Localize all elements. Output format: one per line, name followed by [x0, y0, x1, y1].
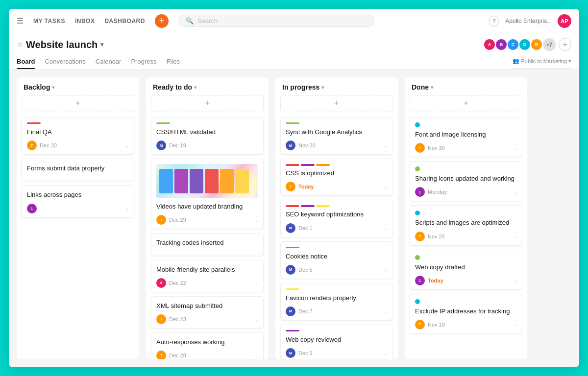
column-title-backlog: Backlog ▾: [24, 83, 54, 91]
card-web-copy-reviewed[interactable]: Web copy reviewedMDec 9⌄: [280, 325, 393, 359]
add-card-button-in-progress[interactable]: +: [280, 95, 393, 112]
card-expand-icon[interactable]: ⌄: [384, 143, 388, 148]
card-expand-icon[interactable]: ⌄: [513, 322, 517, 327]
card-auto-responses[interactable]: Auto-responses workingTDec 28⌄: [151, 332, 264, 359]
card-expand-icon[interactable]: ⌄: [513, 234, 517, 239]
inbox-link[interactable]: INBOX: [75, 18, 95, 24]
member-avatar-5: E: [530, 38, 543, 51]
status-dot: [415, 122, 420, 127]
tab-progress[interactable]: Progress: [131, 55, 156, 69]
card-title: Exclude IP addresses for tracking: [415, 307, 517, 316]
card-xml-sitemap[interactable]: XML sitemap submittedTDec 23⌄: [151, 296, 264, 329]
hamburger-icon[interactable]: ☰: [17, 16, 24, 25]
my-tasks-link[interactable]: MY TASKS: [33, 18, 65, 24]
tab-files[interactable]: Files: [166, 55, 179, 69]
tab-board[interactable]: Board: [17, 55, 35, 69]
card-date: Nov 25: [428, 234, 445, 239]
card-expand-icon[interactable]: ⌄: [254, 316, 258, 322]
column-chevron-in-progress[interactable]: ▾: [321, 85, 324, 90]
search-bar[interactable]: 🔍 Search: [178, 15, 374, 27]
tab-calendar[interactable]: Calendar: [96, 55, 122, 69]
card-web-copy-drafted[interactable]: Web copy draftedLToday⌄: [410, 250, 522, 290]
card-final-qa[interactable]: Final QATDec 30⌄: [22, 117, 134, 155]
card-sharing-icons[interactable]: Sharing icons updated and workingLMonday…: [410, 161, 522, 201]
card-mobile-friendly[interactable]: Mobile-friendly site parallelsADec 22⌄: [151, 260, 264, 292]
add-task-button[interactable]: +: [155, 14, 169, 28]
card-videos-branding[interactable]: Videos have updated brandingTDec 29⌄: [151, 159, 264, 229]
card-css-html[interactable]: CSS/HTML validatedMDec 19⌄: [151, 117, 264, 155]
column-header-backlog: Backlog ▾: [17, 77, 139, 95]
card-forms-submit[interactable]: Forms submit data properly: [22, 159, 134, 181]
color-tag: [286, 205, 299, 207]
card-meta: LToday⌄: [415, 276, 517, 285]
column-chevron-ready-to-do[interactable]: ▾: [194, 85, 196, 90]
card-expand-icon[interactable]: ⌄: [254, 353, 258, 358]
card-expand-icon[interactable]: ⌄: [254, 143, 258, 148]
card-meta: TToday⌄: [286, 182, 388, 191]
cards-list-in-progress: Sync with Google AnalyticsMNov 30⌄CSS is…: [275, 117, 398, 359]
color-tag: [286, 164, 299, 166]
column-title-text: In progress: [282, 83, 319, 91]
card-colors-row: [286, 164, 388, 166]
add-card-button-ready-to-do[interactable]: +: [151, 95, 264, 112]
add-member-button[interactable]: +: [559, 38, 571, 51]
column-chevron-backlog[interactable]: ▾: [52, 85, 54, 90]
card-links-across[interactable]: Links across pagesL⌄: [22, 185, 134, 217]
visibility-label: 👥 Public to Marketing ▾: [513, 58, 571, 69]
column-header-ready-to-do: Ready to do ▾: [146, 77, 269, 95]
add-card-button-backlog[interactable]: +: [22, 95, 134, 112]
card-avatar: T: [415, 232, 425, 241]
card-title: XML sitemap submitted: [156, 302, 258, 310]
card-css-optimized[interactable]: CSS is optimizedTToday⌄: [280, 159, 393, 196]
help-button[interactable]: ?: [489, 16, 499, 26]
card-image: [156, 164, 258, 198]
card-tracking-codes[interactable]: Tracking codes inserted: [151, 233, 264, 256]
tab-conversations[interactable]: Conversations: [45, 55, 86, 69]
column-title-in-progress: In progress ▾: [282, 83, 324, 91]
card-meta: TDec 30⌄: [27, 141, 129, 150]
nav-right: ? Apollo Enterpris... AP: [489, 14, 571, 28]
card-date: Monday: [428, 189, 447, 195]
card-title: Web copy drafted: [415, 263, 517, 272]
card-expand-icon[interactable]: ⌄: [384, 184, 388, 189]
card-avatar: M: [286, 306, 295, 316]
column-title-text: Done: [412, 83, 429, 91]
card-cookies-notice[interactable]: Cookies noticeMDec 5⌄: [280, 241, 393, 279]
card-font-licensing[interactable]: Font and image licensingTNov 30⌄: [410, 117, 522, 157]
card-expand-icon[interactable]: ⌄: [254, 217, 258, 223]
card-avatar: T: [27, 141, 37, 150]
card-expand-icon[interactable]: ⌄: [384, 351, 388, 356]
project-title-chevron[interactable]: ▾: [100, 41, 103, 48]
card-expand-icon[interactable]: ⌄: [513, 278, 517, 283]
card-scripts-images[interactable]: Scripts and images are optimizedTNov 25⌄: [410, 205, 522, 245]
member-overflow-count: +7: [543, 38, 556, 51]
column-chevron-done[interactable]: ▾: [431, 85, 433, 90]
star-icon[interactable]: ☆: [17, 41, 23, 48]
card-expand-icon[interactable]: ⌄: [513, 189, 517, 195]
dashboard-link[interactable]: DASHBOARD: [104, 18, 145, 24]
add-card-button-done[interactable]: +: [410, 95, 522, 112]
user-avatar[interactable]: AP: [558, 14, 571, 28]
project-members: A B C D E +7 +: [483, 38, 571, 51]
card-expand-icon[interactable]: ⌄: [513, 145, 517, 151]
card-avatar: M: [286, 141, 295, 150]
card-expand-icon[interactable]: ⌄: [254, 280, 258, 285]
card-date: Today: [428, 278, 443, 283]
card-expand-icon[interactable]: ⌄: [384, 308, 388, 314]
card-expand-icon[interactable]: ⌄: [125, 143, 129, 148]
card-seo-keyword[interactable]: SEO keyword optimizationsMDec 1⌄: [280, 200, 393, 237]
card-sync-analytics[interactable]: Sync with Google AnalyticsMNov 30⌄: [280, 117, 393, 155]
card-avatar: M: [286, 223, 295, 233]
card-expand-icon[interactable]: ⌄: [125, 206, 129, 211]
card-date: Nov 18: [428, 322, 445, 328]
card-expand-icon[interactable]: ⌄: [384, 267, 388, 272]
project-title-area: ☆ Website launch ▾: [17, 39, 103, 50]
card-exclude-ip[interactable]: Exclude IP addresses for trackingTNov 18…: [410, 294, 522, 334]
card-title: Videos have updated branding: [156, 202, 258, 211]
board-area: Backlog ▾ +Final QATDec 30⌄Forms submit …: [9, 70, 579, 367]
card-favicon-renders[interactable]: Favicon renders properlyMDec 7⌄: [280, 283, 393, 321]
card-expand-icon[interactable]: ⌄: [384, 225, 388, 231]
card-avatar: T: [415, 143, 425, 153]
card-avatar: T: [156, 215, 166, 225]
card-title: Font and image licensing: [415, 130, 517, 139]
